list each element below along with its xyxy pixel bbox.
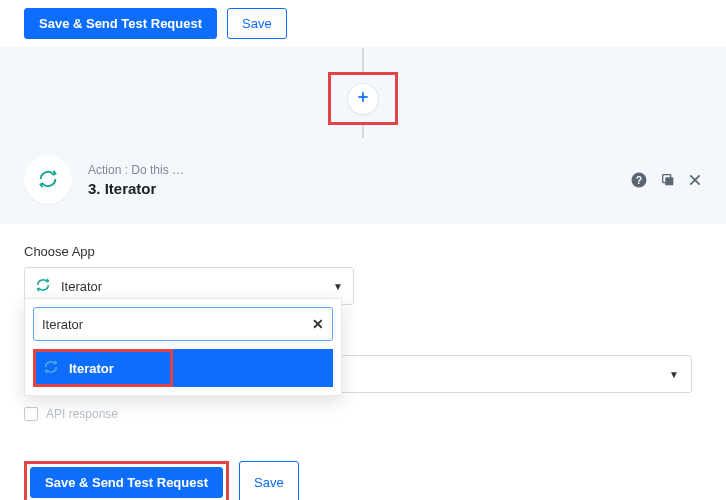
step-app-avatar bbox=[24, 156, 72, 204]
app-search-input[interactable] bbox=[42, 317, 304, 332]
copy-icon[interactable] bbox=[660, 172, 676, 188]
checkbox[interactable] bbox=[24, 407, 38, 421]
highlight-box: Save & Send Test Request bbox=[24, 461, 229, 500]
clear-search-icon[interactable]: ✕ bbox=[312, 316, 324, 332]
save-send-button-top[interactable]: Save & Send Test Request bbox=[24, 8, 217, 39]
app-option-label: Iterator bbox=[69, 361, 114, 376]
iterator-icon bbox=[43, 359, 59, 378]
svg-text:?: ? bbox=[636, 174, 642, 186]
step-title: 3. Iterator bbox=[88, 180, 614, 197]
caret-down-icon: ▼ bbox=[669, 369, 679, 380]
obscured-label: API response bbox=[46, 407, 118, 421]
connector-line bbox=[362, 48, 364, 73]
app-option-iterator[interactable]: Iterator bbox=[33, 349, 333, 387]
save-send-button-bottom[interactable]: Save & Send Test Request bbox=[30, 467, 223, 498]
app-dropdown: ✕ Iterator bbox=[24, 298, 342, 396]
save-button-bottom[interactable]: Save bbox=[239, 461, 299, 500]
caret-down-icon: ▼ bbox=[333, 281, 343, 292]
help-icon[interactable]: ? bbox=[630, 171, 648, 189]
choose-app-label: Choose App bbox=[24, 244, 702, 259]
plus-icon bbox=[356, 90, 370, 107]
add-step-button[interactable] bbox=[348, 84, 378, 114]
step-action-label: Action : Do this … bbox=[88, 163, 208, 177]
iterator-icon bbox=[35, 277, 51, 296]
add-step-highlight bbox=[328, 72, 398, 125]
choose-app-selected-value: Iterator bbox=[61, 279, 323, 294]
svg-rect-4 bbox=[665, 177, 673, 185]
close-icon[interactable] bbox=[688, 173, 702, 187]
iterator-icon bbox=[37, 168, 59, 193]
save-button-top[interactable]: Save bbox=[227, 8, 287, 39]
